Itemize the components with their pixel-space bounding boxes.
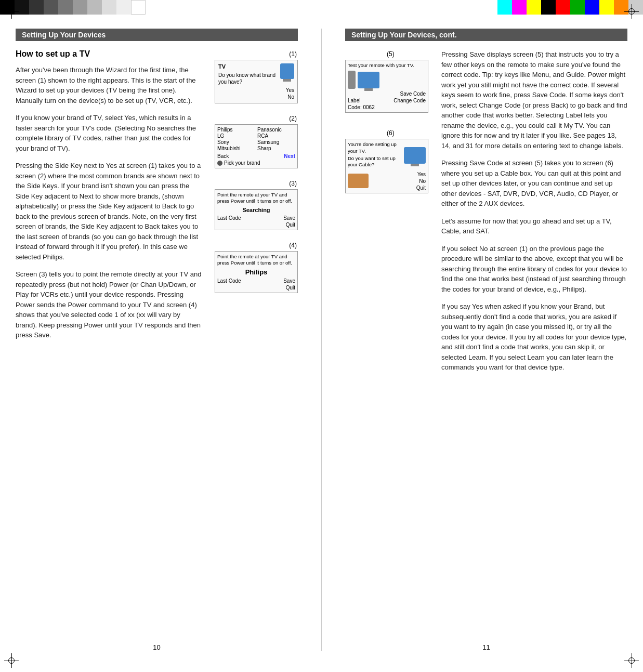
left-text-area: How to set up a TV After you've been thr…	[16, 49, 202, 635]
screen-5-label-change: Label Change Code	[348, 98, 426, 103]
right-page-number: 11	[345, 643, 627, 651]
screen-3-instruction: Point the remote at your TV and press Po…	[217, 192, 295, 205]
screen-6-yes: Yes	[417, 172, 426, 177]
brand-lg: LG	[217, 133, 255, 139]
screen-4-instruction: Point the remote at your TV and press Po…	[217, 254, 295, 267]
pick-brand-row: Pick your brand	[217, 160, 295, 166]
page-content: Setting Up Your Devices How to set up a …	[16, 29, 627, 651]
screen-5-remote-tv	[348, 71, 426, 89]
screen-1-question: Do you know what brand you have?	[218, 72, 278, 85]
screen-2-nav: Back Next	[217, 153, 295, 159]
tv-icon-sm	[358, 72, 379, 88]
screen-5-code: Code: 0062	[348, 104, 426, 110]
right-main-area: (5) Test your remote with your TV. Save …	[345, 49, 627, 635]
screen-5-label: (5)	[387, 50, 395, 58]
left-screens-column: (1) TV Do you know what brand you have? …	[207, 49, 298, 635]
screen-4-last-code: Last Code	[217, 278, 241, 284]
screen-6-question: Do you want to set up your Cable?	[348, 155, 400, 168]
brands-grid: Philips Panasonic LG RCA Sony Samsung Mi…	[217, 127, 295, 151]
screen-4: Point the remote at your TV and press Po…	[215, 251, 298, 294]
screen-4-bottom2: Quit	[217, 285, 295, 291]
screen-1-tv-icon	[280, 63, 294, 79]
screen-3-bottom: Last Code Save	[217, 215, 295, 221]
right-text-area: Pressing Save displays screen (5) that i…	[441, 49, 627, 635]
brand-mitsubishi: Mitsubishi	[217, 146, 255, 151]
brand-rca: RCA	[257, 133, 295, 139]
screen-6-label: (6)	[387, 129, 395, 137]
reg-mark-bottom-right	[624, 653, 639, 668]
page-divider	[321, 29, 322, 651]
screen-1-yes-no: Yes No	[218, 87, 294, 100]
brand-panasonic: Panasonic	[257, 127, 295, 133]
brand-samsung: Samsung	[257, 139, 295, 145]
left-column: Setting Up Your Devices How to set up a …	[16, 29, 298, 651]
cable-box-icon	[348, 174, 369, 188]
screen-4-wrapper: (4) Point the remote at your TV and pres…	[215, 251, 298, 294]
screen-1-label: (1)	[289, 50, 297, 58]
left-paragraph-1: After you've been through the Wizard for…	[16, 65, 202, 106]
screen-1: TV Do you know what brand you have? Yes …	[215, 60, 298, 103]
left-paragraph-3: Pressing the Side Key next to Yes at scr…	[16, 161, 202, 262]
screen-3-bottom2: Quit	[217, 222, 295, 228]
bullet-icon	[217, 161, 222, 166]
screen-4-bottom: Last Code Save	[217, 278, 295, 284]
screen-1-wrapper: (1) TV Do you know what brand you have? …	[215, 60, 298, 103]
screen-5-save-code: Save Code	[348, 91, 426, 97]
screen-2-wrapper: (2) Philips Panasonic LG RCA Sony Samsun…	[215, 124, 298, 168]
screen-6-done-text: You're done setting up your TV.	[348, 141, 400, 154]
left-main-area: How to set up a TV After you've been thr…	[16, 49, 298, 635]
screen-2-next: Next	[284, 153, 295, 159]
pick-brand-label: Pick your brand	[224, 160, 260, 166]
screen-5-wrapper: (5) Test your remote with your TV. Save …	[345, 60, 428, 113]
right-paragraph-2: Pressing Save Code at screen (5) takes y…	[441, 158, 627, 209]
screen-3-wrapper: (3) Point the remote at your TV and pres…	[215, 189, 298, 230]
remote-icon	[348, 71, 356, 89]
left-section-header: Setting Up Your Devices	[16, 29, 298, 41]
reg-mark-top-right	[624, 4, 639, 19]
right-column: Setting Up Your Devices, cont. (5) Test …	[345, 29, 627, 651]
screen-4-label: (4)	[289, 242, 297, 249]
screen-4-save: Save	[283, 278, 295, 284]
screen-1-title: TV	[218, 63, 278, 70]
right-screens-column: (5) Test your remote with your TV. Save …	[345, 49, 436, 635]
left-paragraph-2: If you know your brand of TV, select Yes…	[16, 113, 202, 153]
reg-mark-top-left	[4, 4, 19, 19]
screen-3-save: Save	[283, 215, 295, 221]
right-section-header: Setting Up Your Devices, cont.	[345, 29, 627, 41]
screen-6-quit: Quit	[416, 185, 426, 191]
screen-5-test-text: Test your remote with your TV.	[348, 62, 426, 69]
screen-6-tv-icon	[404, 147, 426, 164]
screen-5: Test your remote with your TV. Save Code…	[345, 60, 428, 113]
subsection-title: How to set up a TV	[16, 49, 202, 59]
screen-6: You're done setting up your TV. Do you w…	[345, 139, 428, 193]
screen-1-no: No	[287, 94, 294, 100]
screen-5-label-btn: Label	[348, 98, 360, 103]
screen-3-quit: Quit	[286, 222, 295, 228]
left-paragraph-4: Screen (3) tells you to point the remote…	[16, 269, 202, 340]
screen-5-change-code: Change Code	[393, 98, 426, 103]
left-page-number: 10	[16, 643, 298, 651]
screen-6-options: Yes No Quit	[416, 172, 426, 191]
screen-4-quit: Quit	[286, 285, 295, 291]
brand-sharp: Sharp	[257, 146, 295, 151]
brand-sony: Sony	[217, 139, 255, 145]
screen-6-wrapper: (6) You're done setting up your TV. Do y…	[345, 139, 428, 193]
top-color-bar-left	[0, 0, 146, 15]
screen-6-bottom: Yes No Quit	[348, 172, 426, 191]
screen-3-last-code: Last Code	[217, 215, 241, 221]
screen-2: Philips Panasonic LG RCA Sony Samsung Mi…	[215, 124, 298, 168]
right-paragraph-3: Let's assume for now that you go ahead a…	[441, 216, 627, 236]
screen-2-back: Back	[217, 153, 229, 159]
screen-6-no: No	[419, 178, 426, 184]
screen-3-label: (3)	[289, 180, 297, 187]
screen-4-brand: Philips	[217, 268, 295, 276]
top-color-bar-right	[497, 0, 643, 15]
right-paragraph-5: If you say Yes when asked if you know yo…	[441, 301, 627, 373]
right-paragraph-1: Pressing Save displays screen (5) that i…	[441, 49, 627, 151]
screen-2-label: (2)	[289, 115, 297, 122]
brand-philips: Philips	[217, 127, 255, 133]
screen-6-tv-area: You're done setting up your TV. Do you w…	[348, 141, 426, 169]
screen-3: Point the remote at your TV and press Po…	[215, 189, 298, 230]
screen-3-searching: Searching	[217, 207, 295, 213]
screen-1-yes: Yes	[286, 87, 294, 93]
